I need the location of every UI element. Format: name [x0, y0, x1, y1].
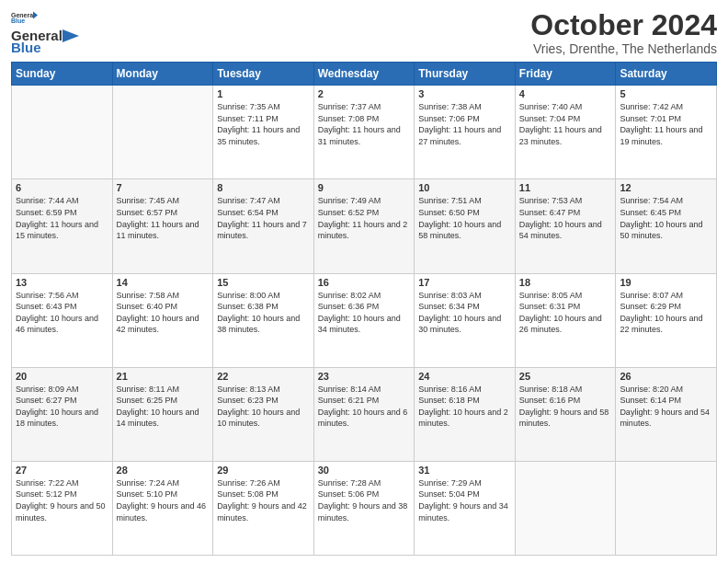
day-number: 1 — [217, 88, 310, 99]
table-row: 5Sunrise: 7:42 AMSunset: 7:01 PMDaylight… — [616, 86, 717, 179]
cell-info: Sunrise: 8:05 AMSunset: 6:31 PMDaylight:… — [519, 290, 612, 336]
cell-info: Sunrise: 8:18 AMSunset: 6:16 PMDaylight:… — [519, 384, 612, 430]
day-number: 2 — [318, 88, 411, 99]
day-number: 6 — [16, 182, 108, 193]
calendar-week-row: 1Sunrise: 7:35 AMSunset: 7:11 PMDaylight… — [12, 86, 717, 179]
cell-info: Sunrise: 8:20 AMSunset: 6:14 PMDaylight:… — [620, 384, 712, 430]
table-row: 10Sunrise: 7:51 AMSunset: 6:50 PMDayligh… — [415, 179, 516, 273]
day-number: 26 — [620, 371, 712, 382]
location: Vries, Drenthe, The Netherlands — [530, 41, 717, 56]
table-row: 23Sunrise: 8:14 AMSunset: 6:21 PMDayligh… — [313, 367, 415, 461]
day-number: 29 — [217, 465, 310, 476]
day-number: 14 — [117, 277, 210, 288]
table-row: 11Sunrise: 7:53 AMSunset: 6:47 PMDayligh… — [515, 179, 616, 273]
day-number: 23 — [318, 371, 411, 382]
table-row: 28Sunrise: 7:24 AMSunset: 5:10 PMDayligh… — [112, 461, 213, 555]
svg-marker-3 — [63, 29, 79, 42]
day-number: 9 — [318, 182, 411, 193]
table-row: 3Sunrise: 7:38 AMSunset: 7:06 PMDaylight… — [415, 86, 516, 179]
cell-info: Sunrise: 8:16 AMSunset: 6:18 PMDaylight:… — [418, 384, 511, 430]
col-friday: Friday — [515, 63, 616, 86]
day-number: 15 — [217, 277, 310, 288]
cell-info: Sunrise: 7:37 AMSunset: 7:08 PMDaylight:… — [318, 101, 411, 147]
svg-marker-2 — [33, 12, 38, 19]
logo: General Blue General Blue — [11, 9, 79, 55]
col-wednesday: Wednesday — [313, 63, 415, 86]
page: General Blue General Blue October 2024 V… — [0, 0, 728, 563]
calendar-header-row: Sunday Monday Tuesday Wednesday Thursday… — [12, 63, 717, 86]
table-row: 19Sunrise: 8:07 AMSunset: 6:29 PMDayligh… — [616, 273, 717, 367]
table-row: 25Sunrise: 8:18 AMSunset: 6:16 PMDayligh… — [515, 367, 616, 461]
table-row: 8Sunrise: 7:47 AMSunset: 6:54 PMDaylight… — [213, 179, 314, 273]
cell-info: Sunrise: 7:45 AMSunset: 6:57 PMDaylight:… — [117, 195, 210, 241]
table-row — [12, 86, 113, 179]
cell-info: Sunrise: 8:11 AMSunset: 6:25 PMDaylight:… — [117, 384, 210, 430]
svg-text:General: General — [11, 12, 35, 18]
table-row: 7Sunrise: 7:45 AMSunset: 6:57 PMDaylight… — [112, 179, 213, 273]
cell-info: Sunrise: 7:51 AMSunset: 6:50 PMDaylight:… — [418, 195, 511, 241]
cell-info: Sunrise: 7:44 AMSunset: 6:59 PMDaylight:… — [16, 195, 108, 241]
table-row: 4Sunrise: 7:40 AMSunset: 7:04 PMDaylight… — [515, 86, 616, 179]
header: General Blue General Blue October 2024 V… — [11, 9, 717, 56]
table-row: 2Sunrise: 7:37 AMSunset: 7:08 PMDaylight… — [313, 86, 415, 179]
day-number: 19 — [620, 277, 712, 288]
day-number: 17 — [418, 277, 511, 288]
cell-info: Sunrise: 7:26 AMSunset: 5:08 PMDaylight:… — [217, 477, 310, 523]
day-number: 30 — [318, 465, 411, 476]
day-number: 7 — [117, 182, 210, 193]
calendar-week-row: 6Sunrise: 7:44 AMSunset: 6:59 PMDaylight… — [12, 179, 717, 273]
table-row — [515, 461, 616, 555]
calendar-table: Sunday Monday Tuesday Wednesday Thursday… — [11, 62, 717, 556]
table-row: 27Sunrise: 7:22 AMSunset: 5:12 PMDayligh… — [12, 461, 113, 555]
cell-info: Sunrise: 7:28 AMSunset: 5:06 PMDaylight:… — [318, 477, 411, 523]
col-sunday: Sunday — [12, 63, 113, 86]
day-number: 16 — [318, 277, 411, 288]
table-row: 15Sunrise: 8:00 AMSunset: 6:38 PMDayligh… — [213, 273, 314, 367]
cell-info: Sunrise: 7:38 AMSunset: 7:06 PMDaylight:… — [418, 101, 511, 147]
table-row: 31Sunrise: 7:29 AMSunset: 5:04 PMDayligh… — [415, 461, 516, 555]
cell-info: Sunrise: 7:24 AMSunset: 5:10 PMDaylight:… — [117, 477, 210, 523]
cell-info: Sunrise: 8:09 AMSunset: 6:27 PMDaylight:… — [16, 384, 108, 430]
cell-info: Sunrise: 7:40 AMSunset: 7:04 PMDaylight:… — [519, 101, 612, 147]
table-row: 18Sunrise: 8:05 AMSunset: 6:31 PMDayligh… — [515, 273, 616, 367]
table-row — [616, 461, 717, 555]
cell-info: Sunrise: 7:42 AMSunset: 7:01 PMDaylight:… — [620, 101, 712, 147]
table-row: 22Sunrise: 8:13 AMSunset: 6:23 PMDayligh… — [213, 367, 314, 461]
day-number: 18 — [519, 277, 612, 288]
cell-info: Sunrise: 8:13 AMSunset: 6:23 PMDaylight:… — [217, 384, 310, 430]
table-row: 21Sunrise: 8:11 AMSunset: 6:25 PMDayligh… — [112, 367, 213, 461]
cell-info: Sunrise: 8:14 AMSunset: 6:21 PMDaylight:… — [318, 384, 411, 430]
svg-text:Blue: Blue — [11, 17, 25, 24]
col-tuesday: Tuesday — [213, 63, 314, 86]
table-row: 9Sunrise: 7:49 AMSunset: 6:52 PMDaylight… — [313, 179, 415, 273]
table-row: 26Sunrise: 8:20 AMSunset: 6:14 PMDayligh… — [616, 367, 717, 461]
day-number: 3 — [418, 88, 511, 99]
cell-info: Sunrise: 7:54 AMSunset: 6:45 PMDaylight:… — [620, 195, 712, 241]
cell-info: Sunrise: 7:49 AMSunset: 6:52 PMDaylight:… — [318, 195, 411, 241]
day-number: 5 — [620, 88, 712, 99]
cell-info: Sunrise: 7:35 AMSunset: 7:11 PMDaylight:… — [217, 101, 310, 147]
day-number: 25 — [519, 371, 612, 382]
table-row: 20Sunrise: 8:09 AMSunset: 6:27 PMDayligh… — [12, 367, 113, 461]
logo-icon: General Blue — [11, 9, 39, 26]
table-row: 6Sunrise: 7:44 AMSunset: 6:59 PMDaylight… — [12, 179, 113, 273]
cell-info: Sunrise: 8:00 AMSunset: 6:38 PMDaylight:… — [217, 290, 310, 336]
table-row: 16Sunrise: 8:02 AMSunset: 6:36 PMDayligh… — [313, 273, 415, 367]
day-number: 10 — [418, 182, 511, 193]
cell-info: Sunrise: 7:22 AMSunset: 5:12 PMDaylight:… — [16, 477, 108, 523]
col-saturday: Saturday — [616, 63, 717, 86]
month-title: October 2024 — [530, 9, 717, 41]
day-number: 21 — [117, 371, 210, 382]
day-number: 24 — [418, 371, 511, 382]
table-row: 30Sunrise: 7:28 AMSunset: 5:06 PMDayligh… — [313, 461, 415, 555]
day-number: 22 — [217, 371, 310, 382]
calendar-week-row: 27Sunrise: 7:22 AMSunset: 5:12 PMDayligh… — [12, 461, 717, 555]
cell-info: Sunrise: 8:02 AMSunset: 6:36 PMDaylight:… — [318, 290, 411, 336]
day-number: 4 — [519, 88, 612, 99]
table-row: 12Sunrise: 7:54 AMSunset: 6:45 PMDayligh… — [616, 179, 717, 273]
table-row: 29Sunrise: 7:26 AMSunset: 5:08 PMDayligh… — [213, 461, 314, 555]
day-number: 20 — [16, 371, 108, 382]
table-row: 17Sunrise: 8:03 AMSunset: 6:34 PMDayligh… — [415, 273, 516, 367]
logo-blue: Blue — [11, 40, 41, 55]
table-row: 1Sunrise: 7:35 AMSunset: 7:11 PMDaylight… — [213, 86, 314, 179]
